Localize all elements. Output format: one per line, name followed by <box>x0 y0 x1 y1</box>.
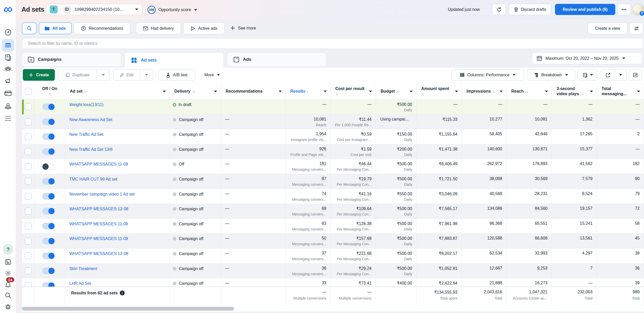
pages-icon[interactable] <box>4 54 12 61</box>
row-toggle[interactable] <box>42 103 55 110</box>
chevron-down-icon[interactable] <box>369 91 372 92</box>
avatar[interactable]: f <box>632 3 644 16</box>
row-toggle[interactable] <box>42 238 55 244</box>
chevron-down-icon[interactable] <box>545 91 548 92</box>
column-header-results[interactable]: Results ↓ <box>286 83 331 100</box>
events-network-icon[interactable] <box>4 102 12 110</box>
column-header-cost[interactable]: Cost per result↑↓ <box>331 83 376 100</box>
column-header-rec[interactable]: Recommendations <box>221 83 286 100</box>
column-header-del[interactable]: Delivery↑↓ <box>170 83 221 100</box>
ad-set-name-link[interactable]: TMC HAIR CUT 99 Ad set <box>69 177 117 182</box>
tab-ads[interactable]: Ads <box>227 53 326 66</box>
column-header-plays[interactable]: 3-secondvideo plays↑↓ <box>552 83 597 100</box>
row-checkbox[interactable] <box>25 238 32 244</box>
row-checkbox[interactable] <box>25 148 32 155</box>
row-toggle[interactable] <box>42 223 55 229</box>
filter-chip-recommendations[interactable]: Recommendations <box>74 23 130 34</box>
more-options-button[interactable]: ••• <box>618 4 631 15</box>
view-settings-sliders-icon[interactable] <box>630 23 643 34</box>
ads-megaphone-icon[interactable] <box>4 77 12 85</box>
ad-set-name-link[interactable]: WHATSAPP MESSAGES 11-08 <box>69 236 128 241</box>
search-input[interactable]: Search to filter by name, ID or metrics <box>22 38 643 49</box>
column-header-tgl[interactable]: Off / On↑↓ <box>34 83 65 100</box>
opportunity-score[interactable]: 100 Opportunity score <box>147 6 197 14</box>
export-dropdown[interactable] <box>615 74 626 76</box>
ad-set-name-link[interactable]: New Awareness Ad Set <box>69 117 112 122</box>
scrollbar-thumb[interactable] <box>22 307 234 311</box>
row-checkbox[interactable] <box>25 103 32 110</box>
edit-dropdown[interactable] <box>140 74 153 76</box>
duplicate-button[interactable]: Duplicate <box>58 69 110 81</box>
row-toggle[interactable] <box>42 178 55 185</box>
row-checkbox[interactable] <box>25 133 32 140</box>
ab-test-button[interactable]: A/B test <box>158 69 195 81</box>
ad-set-name-link[interactable]: New Traffic Ad Set 13/8 <box>69 147 113 152</box>
ad-set-name-link[interactable]: November campaign video 1 Ad set <box>69 192 135 197</box>
row-checkbox[interactable] <box>25 178 32 185</box>
column-header-msg[interactable]: Totalmessaging... <box>597 83 644 100</box>
columns-button[interactable]: Columns: Performance <box>451 69 524 81</box>
row-toggle[interactable] <box>42 193 55 200</box>
ad-set-name-link[interactable]: Skin Treatment <box>69 266 97 271</box>
refresh-button[interactable] <box>492 4 506 15</box>
select-all-checkbox[interactable] <box>25 88 32 95</box>
create-button[interactable]: Create <box>23 69 55 81</box>
column-header-impressions[interactable]: Impressions↑↓ <box>462 83 507 100</box>
ad-set-name-link[interactable]: WHATSAPP MESSAGES 12-08 <box>69 207 128 211</box>
create-view-button[interactable]: Create a view <box>588 23 627 34</box>
column-header-check[interactable] <box>22 83 34 100</box>
duplicate-dropdown[interactable] <box>97 74 110 76</box>
all-tools-menu-icon[interactable] <box>4 116 12 121</box>
row-checkbox[interactable] <box>25 223 32 229</box>
edit-button[interactable]: Edit <box>113 69 153 81</box>
audiences-people-icon[interactable] <box>4 66 12 73</box>
discard-drafts-button[interactable]: Discard drafts <box>509 4 551 15</box>
chevron-down-icon[interactable] <box>455 91 458 92</box>
expand-chart-button[interactable] <box>629 69 642 81</box>
row-toggle[interactable] <box>42 267 55 274</box>
chevron-down-icon[interactable] <box>163 91 166 92</box>
row-toggle[interactable] <box>42 148 55 155</box>
chevron-down-icon[interactable] <box>214 91 217 92</box>
row-checkbox[interactable] <box>25 267 32 274</box>
ad-set-name-link[interactable]: WHATSAPP MESSAGES 12-08 <box>69 251 128 256</box>
reports-button[interactable] <box>578 69 598 81</box>
row-checkbox[interactable] <box>25 163 32 170</box>
ad-set-name-link[interactable]: Weight loss(13/11) <box>69 102 103 107</box>
help-icon[interactable]: ? <box>3 244 13 255</box>
settings-gear-icon[interactable] <box>4 270 12 277</box>
ad-set-name-link[interactable]: WHATSAPP MESSAGES 11-08 <box>69 162 128 167</box>
row-checkbox[interactable] <box>25 252 32 259</box>
column-header-reach[interactable]: Reach↑↓ <box>507 83 552 100</box>
filter-chip-had-delivery[interactable]: Had delivery <box>136 23 181 34</box>
row-toggle[interactable] <box>42 208 55 214</box>
row-toggle[interactable] <box>42 133 55 140</box>
chevron-down-icon[interactable] <box>590 91 593 92</box>
row-checkbox[interactable] <box>25 118 32 125</box>
export-button[interactable] <box>601 69 627 81</box>
more-button[interactable]: More <box>204 69 220 81</box>
info-icon[interactable]: i <box>120 290 125 295</box>
row-checkbox[interactable] <box>25 208 32 214</box>
tab-campaigns[interactable]: Campaigns <box>22 53 121 66</box>
chevron-down-icon[interactable] <box>410 91 413 92</box>
chevron-down-icon[interactable] <box>637 91 640 92</box>
row-toggle[interactable] <box>42 163 55 170</box>
breakdown-button[interactable]: Breakdown <box>527 69 575 81</box>
home-gauge-icon[interactable] <box>4 29 12 36</box>
chevron-down-icon[interactable] <box>324 91 327 92</box>
date-range-selector[interactable]: Maximum: Oct 20, 2022 – Nov 20, 2025 <box>532 53 642 64</box>
review-publish-button[interactable]: Review and publish (6) <box>555 4 615 15</box>
tab-ad-sets[interactable]: Ad sets <box>125 53 223 68</box>
chevron-down-icon[interactable] <box>279 91 282 92</box>
filter-chip-active-ads[interactable]: Active ads <box>183 23 225 34</box>
ad-set-name-link[interactable]: WHATSAPP MESSAGES 11-08 <box>69 222 128 226</box>
see-more-button[interactable]: See more <box>230 26 256 31</box>
search-filter-button[interactable] <box>22 23 36 34</box>
column-header-spent[interactable]: Amount spent↑↓ <box>417 83 462 100</box>
chevron-down-icon[interactable] <box>500 91 503 92</box>
filter-chip-all-ads[interactable]: All ads <box>39 23 72 34</box>
column-header-budget[interactable]: Budget↑↓ <box>376 83 417 100</box>
bug-report-icon[interactable] <box>4 303 12 310</box>
search-sidebar-icon[interactable] <box>4 292 12 299</box>
